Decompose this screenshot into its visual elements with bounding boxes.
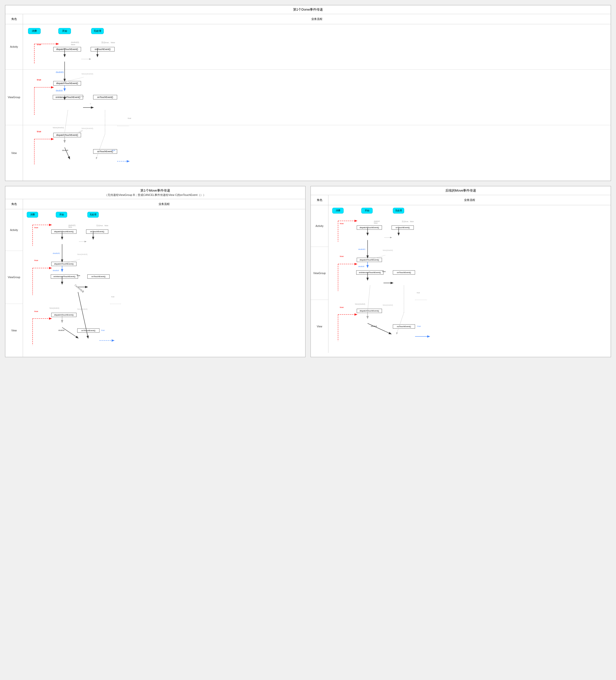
- d3-view-deafult: deafult: [371, 325, 377, 328]
- d3-act-deafut0: deafut2false: [374, 220, 380, 224]
- d3-view-true: true: [340, 306, 344, 308]
- d1-act-true: true: [37, 43, 41, 46]
- d3-vg-intercept: onInterceptTouchEvent(): [356, 270, 384, 275]
- diagram2-roles: 角色 Activity ViewGroup View: [5, 199, 23, 357]
- diagrams-container: 第1个Donw事件传递 角色 Activity ViewGroup View 业…: [5, 5, 611, 357]
- diagram2-activity-label: Activity: [10, 229, 18, 231]
- diagram2-viewgroup-cell: ViewGroup: [5, 251, 23, 304]
- diagram2-view-label: View: [11, 329, 17, 332]
- d3-unhandled-node: 无处理: [393, 208, 404, 214]
- diagram1-roles: 角色 Activity ViewGroup View: [5, 14, 23, 181]
- d3-act-true: true: [340, 222, 344, 225]
- d1-vg-deafult2: deafult: [56, 89, 63, 92]
- diagram2-business: 业务流程 消费 开始 无处理 dispatchTouchEvent() onTo…: [23, 199, 305, 347]
- d1-vg-true2: true: [81, 95, 84, 98]
- d1-view-true3: true: [128, 117, 131, 119]
- d3-vg-ontouch: onTouchEvent(): [393, 270, 415, 275]
- d1-act-deafut0: deafut(0)false: [71, 41, 79, 46]
- diagram2-activity-cell: Activity: [5, 209, 23, 251]
- d1-vg-false-deafult: false(deafult): [82, 73, 93, 75]
- d1-act-wuchu: 无论true、false: [101, 41, 115, 44]
- diagram3-content: 角色 Activity ViewGroup View 业务流程 消费 开始: [311, 195, 611, 353]
- diagram3-viewgroup-label: ViewGroup: [313, 272, 326, 275]
- bottom-row: 第1个Move事件传递 （无传递给ViewGroup B；变成CANCEL事件传…: [5, 186, 611, 357]
- d2-view-ontouch: onTouchEvent(): [77, 329, 100, 333]
- diagram3-activity-label: Activity: [315, 225, 324, 227]
- diagram3-business: 业务流程 消费 开始 无处理 dispatchTouchEvent() onTo…: [329, 195, 611, 343]
- d2-vg-ontouch: onTouchEvent(): [87, 274, 110, 279]
- diagram1-viewgroup-label: ViewGroup: [8, 96, 20, 99]
- d2-act-ontouch: onTouchEvent(): [86, 229, 108, 234]
- d2-view-dispatch: dispatchTouchEvent(): [51, 313, 77, 317]
- diagram1-content: 角色 Activity ViewGroup View 业务流程 消费: [5, 14, 611, 181]
- d3-act-ontouch: onTouchEvent(): [392, 225, 414, 230]
- diagram1-activity-label: Activity: [10, 46, 18, 48]
- svg-line-20: [96, 134, 105, 159]
- svg-line-49: [368, 285, 370, 311]
- diagram2-title: 第1个Move事件传递 （无传递给ViewGroup B；变成CANCEL事件传…: [5, 186, 305, 199]
- diagram3-viewgroup-cell: ViewGroup: [311, 247, 328, 300]
- diagram1-title: 第1个Donw事件传递: [5, 5, 611, 14]
- d1-view-false-deafult: false(deafut): [53, 126, 64, 129]
- d2-act-true: true: [34, 226, 38, 229]
- d3-view-false2: false(deafult): [383, 304, 393, 306]
- d1-vg-true: true: [37, 79, 41, 81]
- d3-vg-true: true: [340, 255, 344, 257]
- d3-vg-deafult2: deafult: [358, 265, 364, 267]
- d1-vg-dispatch: dispatchTouchEvent(): [53, 81, 81, 86]
- d1-act-dispatch: dispatchTouchEvent(): [53, 47, 81, 52]
- d1-view-true: true: [37, 130, 41, 133]
- d3-view-true3: true: [417, 292, 420, 293]
- d3-vg-true2: true: [382, 270, 386, 273]
- diagram3-title: 后续的Move事件传递: [311, 186, 611, 195]
- diagram2-title-text: 第1个Move事件传递: [140, 189, 170, 192]
- d2-vg-deafult1: deafult1: [53, 252, 60, 254]
- diagram2-business-header: 业务流程: [23, 199, 305, 209]
- d3-act-wuchu: 无论true、false: [402, 220, 414, 223]
- diagram1-roles-header: 角色: [5, 14, 23, 24]
- d2-vg-true: true: [34, 259, 38, 261]
- svg-line-34: [62, 328, 78, 338]
- d3-view-true2: true: [417, 325, 421, 328]
- diagram1: 第1个Donw事件传递 角色 Activity ViewGroup View 业…: [5, 5, 611, 181]
- d3-start-node: 开始: [361, 208, 373, 214]
- d1-vg-deafult1: deafult1: [56, 71, 64, 74]
- diagram2: 第1个Move事件传递 （无传递给ViewGroup B；变成CANCEL事件传…: [5, 186, 306, 357]
- d2-view-deafult: deafult: [58, 329, 64, 332]
- diagram3-activity-cell: Activity: [311, 205, 328, 247]
- d1-act-ontouch: onTouchEvent(): [91, 47, 115, 52]
- d1-view-dispatch: dispatchTouchEvent(): [53, 133, 81, 137]
- d2-vg-false-deafult: false(deafult): [77, 253, 87, 255]
- diagram1-view-label: View: [11, 152, 17, 154]
- d2-view-true2: true: [101, 329, 105, 332]
- d2-act-dispatch: dispatchTouchEvent(): [51, 229, 77, 234]
- diagram3: 后续的Move事件传递 角色 Activity ViewGroup View 业…: [310, 186, 611, 357]
- diagram3-view-label: View: [317, 325, 323, 328]
- d2-vg-intercept: onInterceptTouchEvent(): [51, 274, 78, 279]
- d1-vg-ontouch: onTouchEvent(): [93, 95, 117, 100]
- d2-vg-dispatch: dispatchTouchEvent(): [51, 262, 77, 266]
- d1-view-true2: true: [112, 149, 115, 151]
- d3-vg-deafult1: deafult1: [358, 248, 365, 250]
- d1-consumer-node: 消费: [28, 28, 40, 34]
- d2-cancel-label: Cancel传递: [74, 284, 85, 294]
- d2-consumer-node: 消费: [27, 212, 38, 218]
- d1-view-false2: false(deafult): [82, 127, 93, 130]
- d1-vg-intercept: onInterceptTouchEvent(): [53, 95, 83, 100]
- d3-consumer-node: 消费: [332, 208, 344, 214]
- diagram1-business-header: 业务流程: [23, 14, 611, 24]
- diagram2-subtitle-text: （无传递给ViewGroup B；变成CANCEL事件传递给View C的onT…: [105, 193, 206, 197]
- d1-unhandled-node: 无处理: [91, 28, 104, 34]
- d3-act-dispatch: dispatchTouchEvent(): [357, 225, 382, 230]
- d3-vg-dispatch: dispatchTouchEvent(): [357, 258, 382, 262]
- d3-view-false: false(deafult): [355, 303, 365, 305]
- diagram3-view-cell: View: [311, 300, 328, 353]
- diagram1-view-cell: View: [5, 125, 23, 181]
- diagram3-business-header: 业务流程: [329, 195, 611, 205]
- diagram2-view-cell: View: [5, 304, 23, 357]
- d2-act-deafut0: deafut(0)false: [68, 224, 76, 228]
- d2-view-false2: false(deafult): [77, 308, 87, 310]
- diagram1-business: 业务流程 消费 开始 无处理 dispatchTouchEvent() onTo…: [23, 14, 611, 171]
- d2-view-true: true: [34, 310, 38, 312]
- d2-view-true3: true: [111, 296, 114, 298]
